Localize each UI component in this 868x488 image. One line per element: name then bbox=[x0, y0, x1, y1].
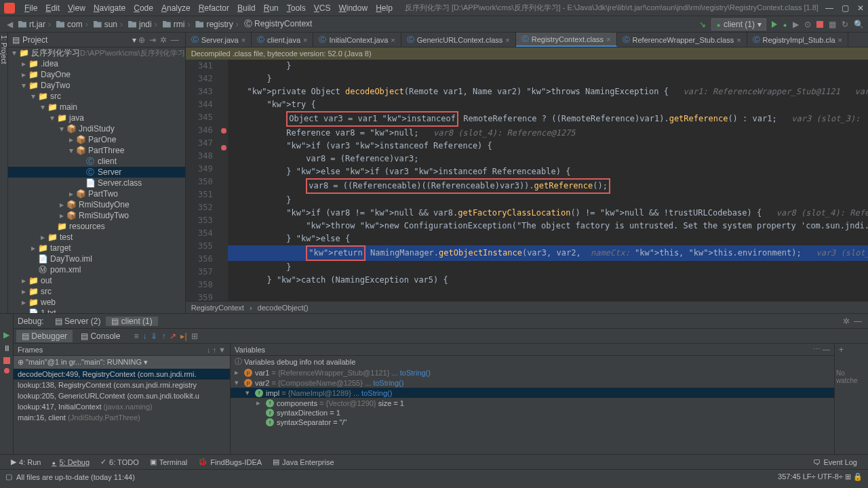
var-row[interactable]: ▸f components = {Vector@1290} size = 1 bbox=[231, 398, 834, 408]
crumb-1[interactable]: com › bbox=[54, 18, 91, 30]
menu-analyze[interactable]: Analyze bbox=[157, 3, 195, 13]
hide-icon[interactable]: — bbox=[169, 35, 181, 45]
run-icon[interactable] bbox=[772, 21, 777, 28]
console-tab[interactable]: ▤ Console bbox=[75, 330, 125, 342]
nav-back-icon[interactable]: ◀ bbox=[4, 20, 16, 29]
breakpoint-gutter[interactable] bbox=[220, 60, 228, 301]
force-step-into-icon[interactable]: ⇓ bbox=[151, 331, 157, 341]
pause-icon[interactable]: ⏸ bbox=[3, 344, 11, 353]
var-row[interactable]: ▸p var1 = {ReferenceWrapper_Stub@1121} .… bbox=[231, 367, 834, 378]
project-tree[interactable]: ▾📁反序列化学习 D:\APP\work\cms\反序列化学习▸📁.idea▸📁… bbox=[8, 47, 185, 313]
menu-view[interactable]: View bbox=[64, 3, 90, 13]
run-tool[interactable]: ▶ 4: Run bbox=[5, 458, 46, 466]
findbugs-tool[interactable]: 🐞 FindBugs-IDEA bbox=[193, 458, 267, 466]
editor-tab[interactable]: Ⓒ client.java × bbox=[252, 33, 313, 47]
tree-row[interactable]: Ⓜpom.xml bbox=[8, 264, 185, 275]
debug-icon[interactable]: ⬥ bbox=[783, 20, 787, 29]
editor-tab[interactable]: Ⓒ GenericURLContext.class × bbox=[401, 33, 516, 47]
menu-run[interactable]: Run bbox=[260, 3, 283, 13]
tree-row[interactable]: ▸📦PartTwo bbox=[8, 188, 185, 199]
tree-row[interactable]: 📄Server.class bbox=[8, 178, 185, 188]
frames-nav-icon[interactable]: ↓ ↑ ▼ bbox=[207, 346, 226, 354]
tree-row[interactable]: ▾📦PartThree bbox=[8, 145, 185, 156]
crumb-0[interactable]: rt.jar › bbox=[16, 18, 54, 30]
frame-row[interactable]: lookup:205, GenericURLContext (com.sun.j… bbox=[14, 390, 230, 401]
settings-icon[interactable]: ✲ bbox=[158, 35, 169, 45]
crumb-3[interactable]: jndi › bbox=[125, 18, 160, 30]
tree-row[interactable]: 📄1.txt bbox=[8, 308, 185, 313]
frames-list[interactable]: decodeObject:499, RegistryContext (com.s… bbox=[14, 369, 230, 423]
tree-row[interactable]: ▾📁main bbox=[8, 102, 185, 113]
editor-tab[interactable]: Ⓒ InitialContext.java × bbox=[313, 33, 401, 47]
var-row[interactable]: ▾f impl = {NameImpl@1289} ... toString() bbox=[231, 388, 834, 398]
crumb-4[interactable]: rmi › bbox=[160, 18, 193, 30]
tree-row[interactable]: ▸📁target bbox=[8, 243, 185, 253]
editor-tab[interactable]: Ⓒ ReferenceWrapper_Stub.class × bbox=[617, 33, 747, 47]
drop-frame-icon[interactable]: ↗ bbox=[170, 331, 176, 341]
tree-row[interactable]: Ⓒclient bbox=[8, 156, 185, 167]
coverage-icon[interactable]: ▶ bbox=[793, 20, 799, 29]
tree-row[interactable]: ▸📦RmiStudyOne bbox=[8, 199, 185, 210]
crumb-method[interactable]: decodeObject() bbox=[258, 304, 309, 312]
profiler-icon[interactable]: ⊙ bbox=[804, 20, 811, 29]
minimize-icon[interactable]: — bbox=[825, 3, 833, 13]
update-icon[interactable]: ↻ bbox=[842, 20, 848, 29]
tree-row[interactable]: ▾📦JndiStudy bbox=[8, 123, 185, 134]
step-into-icon[interactable]: ↓ bbox=[142, 331, 146, 341]
crumb-6[interactable]: Ⓒ RegistryContext bbox=[241, 18, 315, 30]
event-log[interactable]: 🗨 Event Log bbox=[808, 458, 863, 466]
crumb-2[interactable]: sun › bbox=[91, 18, 125, 30]
crumb-5[interactable]: registry › bbox=[193, 18, 241, 30]
step-over-icon[interactable]: ≡ bbox=[134, 331, 138, 341]
debug-settings-icon[interactable]: ✲ bbox=[841, 317, 852, 326]
javaee-tool[interactable]: ▤ Java Enterprise bbox=[267, 458, 339, 466]
session-client[interactable]: ▤ client (1) bbox=[106, 317, 157, 326]
run-config-dropdown[interactable]: ⬥ client (1) ▾ bbox=[711, 18, 766, 30]
tree-row[interactable]: ▾📁src bbox=[8, 91, 185, 102]
variables-list[interactable]: ⓘVariables debug info not available▸p va… bbox=[231, 356, 834, 427]
tree-row[interactable]: ▸📦RmiStudyTwo bbox=[8, 210, 185, 221]
frame-row[interactable]: lookup:138, RegistryContext (com.sun.jnd… bbox=[14, 380, 230, 390]
left-tool-strip[interactable]: 1: Project bbox=[0, 33, 8, 313]
debug-tool-strip[interactable]: ▶ ⏸ bbox=[0, 314, 14, 454]
tree-row[interactable]: ▸📁web bbox=[8, 297, 185, 308]
stop-icon[interactable] bbox=[816, 21, 823, 28]
frame-row[interactable]: lookup:417, InitialContext (javax.naming… bbox=[14, 401, 230, 412]
editor-tab[interactable]: Ⓒ RegistryContext.class × bbox=[516, 33, 617, 47]
run-to-cursor-icon[interactable]: ▸| bbox=[180, 331, 186, 341]
tree-row[interactable]: ⒸServer bbox=[8, 167, 185, 178]
add-watch-icon[interactable]: + bbox=[835, 344, 868, 356]
var-row[interactable]: ⓘVariables debug info not available bbox=[231, 356, 834, 367]
close-icon[interactable]: ✕ bbox=[857, 3, 864, 13]
tree-row[interactable]: 📁resources bbox=[8, 221, 185, 232]
editor-breadcrumb[interactable]: RegistryContext › decodeObject() bbox=[186, 301, 868, 313]
code-content[interactable]: } } "kw">private Object decodeObject(Rem… bbox=[228, 60, 868, 301]
menu-help[interactable]: Help bbox=[372, 3, 397, 13]
tree-row[interactable]: ▾📁反序列化学习 D:\APP\work\cms\反序列化学习 bbox=[8, 47, 185, 58]
menu-code[interactable]: Code bbox=[130, 3, 157, 13]
tree-row[interactable]: ▸📁DayOne bbox=[8, 69, 185, 80]
var-row[interactable]: f syntaxSeparator = "/" bbox=[231, 418, 834, 427]
thread-selector[interactable]: ⊕ "main"@1 in gr..."main": RUNNING ▾ bbox=[14, 356, 230, 369]
tree-row[interactable]: 📄DayTwo.iml bbox=[8, 253, 185, 264]
step-out-icon[interactable]: ↑ bbox=[161, 331, 165, 341]
frame-row[interactable]: main:16, client (JndiStudy.PartThree) bbox=[14, 412, 230, 423]
maximize-icon[interactable]: ▢ bbox=[842, 3, 849, 13]
menu-navigate[interactable]: Navigate bbox=[90, 3, 130, 13]
frame-row[interactable]: decodeObject:499, RegistryContext (com.s… bbox=[14, 369, 230, 380]
menu-window[interactable]: Window bbox=[334, 3, 372, 13]
editor-tab[interactable]: Ⓒ RegistryImpl_Stub.cla × bbox=[747, 33, 848, 47]
menu-file[interactable]: File bbox=[20, 3, 41, 13]
menu-refactor[interactable]: Refactor bbox=[195, 3, 233, 13]
evaluate-icon[interactable]: ⊞ bbox=[191, 331, 198, 341]
debug-tool[interactable]: ⬥ 5: Debug bbox=[46, 458, 95, 466]
tree-row[interactable]: ▸📦ParOne bbox=[8, 134, 185, 145]
session-server[interactable]: ▤ Server (2) bbox=[50, 317, 106, 326]
layout-icon[interactable]: ▦ bbox=[829, 20, 836, 29]
search-icon[interactable]: 🔍 bbox=[854, 20, 864, 29]
menu-build[interactable]: Build bbox=[233, 3, 260, 13]
tree-row[interactable]: ▾📁java bbox=[8, 113, 185, 123]
menu-edit[interactable]: Edit bbox=[41, 3, 64, 13]
resume-icon[interactable]: ▶ bbox=[3, 330, 9, 340]
tree-row[interactable]: ▸📁src bbox=[8, 286, 185, 297]
